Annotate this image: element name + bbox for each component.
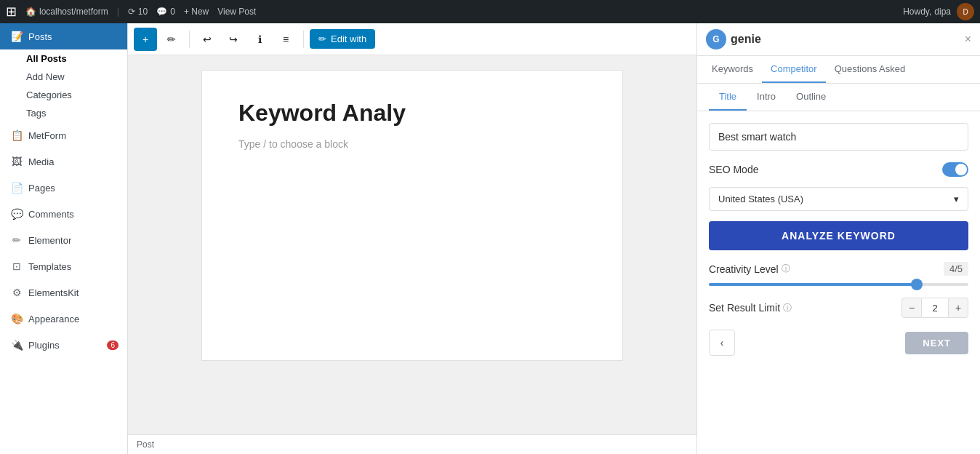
creativity-info-icon[interactable]: ⓘ	[782, 263, 790, 275]
result-limit-controls: − 2 +	[901, 298, 968, 318]
sidebar-item-elementskit[interactable]: ⚙ ElementsKit	[0, 279, 127, 306]
info-icon: ℹ	[258, 33, 262, 45]
toolbar-separator-1	[189, 31, 190, 48]
chevron-down-icon: ▾	[954, 194, 959, 204]
panel-body: SEO Mode United States (USA) ▾ ANALYZE K…	[697, 111, 980, 454]
plus-icon: +	[142, 33, 148, 45]
admin-bar-comments[interactable]: 💬 0	[156, 7, 175, 17]
title-input[interactable]	[709, 123, 968, 151]
editor-post-title[interactable]: Keyword Analy	[238, 100, 586, 127]
admin-bar-updates[interactable]: ⟳ 10	[128, 7, 148, 17]
add-block-button[interactable]: +	[134, 28, 157, 51]
sidebar-appearance-label: Appearance	[28, 314, 79, 324]
editor-post-type: Post	[137, 439, 154, 450]
genie-logo-text: genie	[731, 33, 761, 46]
sidebar-item-posts[interactable]: 📝 Posts	[0, 23, 127, 49]
comments-icon: 💬	[156, 7, 167, 17]
creativity-slider-track[interactable]	[709, 283, 968, 286]
sidebar-pages-label: Pages	[28, 183, 55, 194]
panel-logo: G genie	[706, 29, 761, 49]
result-limit-increase-button[interactable]: +	[948, 298, 968, 318]
edit-mode-button[interactable]: ✏	[160, 28, 183, 51]
elementskit-icon: ⚙	[11, 287, 23, 298]
tab-intro[interactable]: Intro	[747, 84, 786, 111]
creativity-label: Creativity Level ⓘ	[709, 263, 790, 275]
seo-mode-label: SEO Mode	[709, 164, 758, 175]
sidebar-sub-tags[interactable]: Tags	[20, 104, 127, 122]
redo-button[interactable]: ↪	[222, 28, 245, 51]
sidebar-item-pages[interactable]: 📄 Pages	[0, 175, 127, 201]
result-limit-decrease-button[interactable]: −	[901, 298, 922, 318]
panel-header: G genie ×	[697, 23, 980, 56]
result-limit-value: 2	[922, 298, 948, 318]
sidebar-item-elementor[interactable]: ✏ Elementor	[0, 227, 127, 253]
admin-bar-site-icon[interactable]: 🏠 localhost/metform	[25, 7, 108, 17]
comments-count: 0	[170, 7, 175, 17]
admin-bar-view-post[interactable]: View Post	[217, 7, 256, 17]
appearance-icon: 🎨	[11, 313, 23, 324]
sidebar-sub-all-posts[interactable]: All Posts	[20, 49, 127, 68]
editor-toolbar: + ✏ ↩ ↪ ℹ ≡ ✏ Edit with	[128, 23, 696, 55]
site-url[interactable]: localhost/metform	[39, 7, 108, 17]
undo-button[interactable]: ↩	[196, 28, 219, 51]
undo-icon: ↩	[203, 33, 212, 45]
list-icon: ≡	[283, 33, 289, 45]
sidebar-sub-categories[interactable]: Categories	[20, 86, 127, 104]
admin-bar-new[interactable]: + New	[184, 7, 209, 17]
result-limit-row: Set Result Limit ⓘ − 2 +	[709, 298, 968, 318]
edit-with-label: Edit with	[331, 33, 366, 44]
tab-keywords[interactable]: Keywords	[703, 56, 762, 83]
admin-bar: ⊞ 🏠 localhost/metform | ⟳ 10 💬 0 + New V…	[0, 0, 980, 23]
country-value: United States (USA)	[718, 194, 803, 204]
genie-logo-letter: G	[712, 34, 719, 44]
seo-mode-row: SEO Mode	[709, 162, 968, 177]
editor-placeholder[interactable]: Type / to choose a block	[238, 138, 586, 150]
info-button[interactable]: ℹ	[248, 28, 271, 51]
templates-icon: ⊡	[11, 260, 23, 272]
editor-content: Keyword Analy Type / to choose a block	[128, 55, 696, 434]
editor-canvas[interactable]: Keyword Analy Type / to choose a block	[201, 70, 623, 361]
sidebar-item-appearance[interactable]: 🎨 Appearance	[0, 306, 127, 332]
sidebar-sub-add-new[interactable]: Add New	[20, 68, 127, 86]
sidebar-item-metform[interactable]: 📋 MetForm	[0, 122, 127, 148]
sidebar-plugins-label: Plugins	[28, 340, 60, 351]
creativity-slider-thumb[interactable]	[911, 279, 923, 290]
seo-mode-toggle[interactable]	[942, 162, 968, 177]
tab-title[interactable]: Title	[709, 84, 747, 111]
creativity-slider-fill	[709, 283, 917, 286]
tab-outline[interactable]: Outline	[786, 84, 836, 111]
next-button[interactable]: NEXT	[905, 332, 968, 354]
toggle-thumb	[955, 164, 967, 175]
tab-questions[interactable]: Questions Asked	[826, 56, 915, 83]
sidebar-item-media[interactable]: 🖼 Media	[0, 148, 127, 175]
pencil-icon: ✏	[167, 33, 176, 45]
media-icon: 🖼	[11, 156, 23, 167]
result-limit-info-icon[interactable]: ⓘ	[783, 302, 792, 314]
main-layout: 📝 Posts All Posts Add New Categories Tag…	[0, 23, 980, 454]
howdy-text: Howdy, dipa	[903, 7, 951, 17]
right-panel: G genie × Keywords Competitor Questions …	[696, 23, 980, 454]
back-button[interactable]: ‹	[709, 330, 735, 356]
genie-logo-icon: G	[706, 29, 726, 49]
panel-close-button[interactable]: ×	[965, 33, 971, 46]
wp-logo-icon[interactable]: ⊞	[6, 4, 17, 20]
result-limit-label: Set Result Limit ⓘ	[709, 302, 792, 314]
country-select[interactable]: United States (USA) ▾	[709, 187, 968, 211]
avatar[interactable]: D	[957, 3, 974, 20]
creativity-value: 4/5	[944, 262, 968, 276]
plugins-icon: 🔌	[11, 339, 23, 351]
creativity-section: Creativity Level ⓘ 4/5	[709, 262, 968, 286]
tab-competitor[interactable]: Competitor	[762, 56, 826, 83]
metform-icon: 📋	[11, 130, 23, 141]
sidebar-item-comments[interactable]: 💬 Comments	[0, 201, 127, 227]
edit-with-button[interactable]: ✏ Edit with	[310, 29, 375, 49]
toolbar-separator-2	[303, 31, 304, 48]
sidebar-comments-label: Comments	[28, 209, 74, 220]
sidebar-item-plugins[interactable]: 🔌 Plugins 6	[0, 332, 127, 358]
sidebar-item-templates[interactable]: ⊡ Templates	[0, 253, 127, 279]
plugins-badge: 6	[107, 340, 119, 350]
list-view-button[interactable]: ≡	[274, 28, 297, 51]
analyze-keyword-button[interactable]: ANALYZE KEYWORD	[709, 221, 968, 250]
panel-content-tabs: Title Intro Outline	[697, 84, 980, 111]
panel-tabs: Keywords Competitor Questions Asked	[697, 56, 980, 84]
